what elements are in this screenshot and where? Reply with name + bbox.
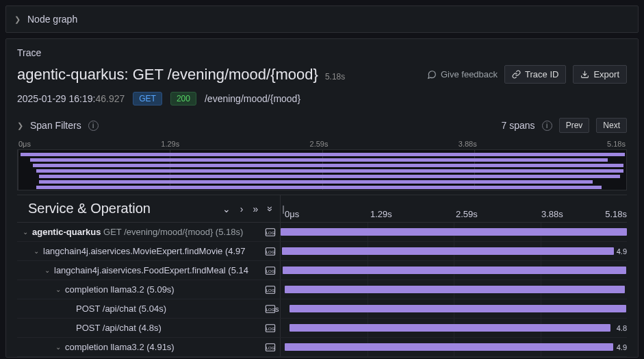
node-graph-title: Node graph [27,14,77,25]
span-filters-right: 7 spans i Prev Next [502,118,627,133]
minimap-span[interactable] [36,186,602,189]
span-duration-label: 4.9 [617,343,627,351]
trace-id-label: Trace ID [525,69,558,79]
span-row[interactable]: ⌄completion llama3.2 (5.09s) [17,280,627,299]
next-button[interactable]: Next [596,118,627,133]
chevron-down-icon[interactable]: ⌄ [23,228,32,236]
trace-title: agentic-quarkus: GET /evening/mood/{mood… [17,66,318,84]
export-button[interactable]: Export [573,65,627,84]
give-feedback-link[interactable]: Give feedback [427,69,498,79]
span-row[interactable]: POST /api/chat (5.04s)s [17,299,627,319]
minimap-span[interactable] [30,158,608,162]
trace-panel: Trace agentic-quarkus: GET /evening/mood… [5,38,639,358]
log-icon[interactable] [263,284,277,295]
trace-label: Trace [17,47,627,58]
span-count: 7 spans [502,120,535,131]
node-graph-panel[interactable]: ❯ Node graph [5,5,639,33]
span-label: completion llama3.2 (4.91s) [65,342,261,352]
span-row[interactable]: ⌄agentic-quarkus GET /evening/mood/{mood… [17,223,627,242]
chevron-right-icon: ❯ [14,15,21,24]
tick-label: 2.59s [310,140,329,148]
export-label: Export [593,69,619,79]
method-pill: GET [133,92,162,106]
expand-all-icon[interactable]: » [265,206,276,212]
span-row[interactable]: ⌄langchain4j.aiservices.MovieExpert.find… [17,242,627,261]
tick-label: 5.18s [607,140,626,148]
service-operation-header: Service & Operation ⌄ › » » || 0μs1.29s2… [17,195,627,223]
minimap-span[interactable] [21,153,625,156]
span-row[interactable]: POST /api/chat (4.8s)4.8 [17,319,627,338]
prev-button[interactable]: Prev [559,118,590,133]
chevron-right-icon: ❯ [17,121,23,130]
expand-icon[interactable]: › [240,203,244,214]
minimap-span[interactable] [33,164,623,167]
span-bar[interactable] [285,286,625,293]
trace-timestamp: 2025-01-29 16:19:46.927 [17,93,125,104]
chevron-down-icon[interactable]: ⌄ [55,343,65,351]
span-timeline [281,280,627,299]
chevron-down-icon[interactable]: ⌄ [55,286,65,293]
comment-icon [427,70,437,79]
tree-controls: ⌄ › » » [222,203,273,214]
span-label: langchain4j.aiservices.FoodExpert.findMe… [54,265,261,275]
collapse-icon[interactable]: ⌄ [222,203,231,214]
span-bar[interactable] [282,247,614,255]
tick-label: 0μs [285,209,299,219]
span-row[interactable]: ⌄completion llama3.2 (4.91s)4.9 [17,338,627,357]
minimap-ticks: 0μs1.29s2.59s3.88s5.18s [17,140,627,149]
header-actions: Give feedback Trace ID Export [427,65,627,84]
span-timeline [281,223,627,241]
span-label: agentic-quarkus GET /evening/mood/{mood}… [32,227,261,237]
span-bar[interactable] [289,324,610,332]
service-operation-title: Service & Operation [28,201,151,216]
chevron-down-icon[interactable]: ⌄ [44,267,54,274]
span-duration-label: 4.8 [617,324,627,332]
tick-label: 1.29s [161,140,179,148]
span-label: POST /api/chat (5.04s) [76,304,261,314]
span-filters-label: Span Filters [30,120,81,131]
span-timeline: 4.8 [281,319,627,337]
tick-label: 3.88s [541,209,563,219]
span-timeline: 4.9 [281,338,627,356]
log-icon[interactable] [263,265,277,276]
minimap-span[interactable] [39,175,620,178]
minimap: 0μs1.29s2.59s3.88s5.18s [17,140,627,195]
span-timeline: s [281,299,627,318]
span-row[interactable]: ⌄langchain4j.aiservices.FoodExpert.findM… [17,261,627,280]
log-icon[interactable] [263,246,277,257]
info-icon[interactable]: i [88,121,99,131]
export-icon [580,70,589,79]
info-icon[interactable]: i [542,121,552,131]
span-label: langchain4j.aiservices.MovieExpert.findM… [43,246,261,256]
span-filters-row: ❯ Span Filters i 7 spans i Prev Next [17,118,627,138]
span-duration-label: s [275,305,279,313]
tick-label: 1.29s [370,209,392,219]
span-label: POST /api/chat (4.8s) [76,323,261,333]
tick-label: 5.18s [605,209,627,219]
tick-label: 3.88s [459,140,477,148]
minimap-span[interactable] [36,169,623,173]
feedback-label: Give feedback [441,69,498,79]
span-bar[interactable] [289,305,626,312]
collapse-all-icon[interactable]: » [253,203,258,214]
span-filters-toggle[interactable]: ❯ Span Filters i [17,120,99,131]
trace-meta: 2025-01-29 16:19:46.927 GET 200 /evening… [17,92,627,106]
span-label: completion llama3.2 (5.09s) [65,284,261,295]
span-bar[interactable] [283,267,626,274]
minimap-span[interactable] [39,180,593,184]
span-timeline [281,261,627,280]
span-bar[interactable] [281,228,627,236]
span-bar[interactable] [285,343,613,351]
log-icon[interactable] [263,323,277,334]
chevron-down-icon[interactable]: ⌄ [34,247,43,255]
trace-id-button[interactable]: Trace ID [504,65,566,84]
trace-duration: 5.18s [325,72,345,82]
tick-label: 0μs [18,140,31,148]
service-operation-left: Service & Operation ⌄ › » » [17,195,281,222]
log-icon[interactable] [263,227,277,238]
trace-header: agentic-quarkus: GET /evening/mood/{mood… [17,65,627,84]
minimap-body[interactable] [17,149,627,190]
tick-label: 2.59s [456,209,478,219]
log-icon[interactable] [263,342,277,353]
span-rows: ⌄agentic-quarkus GET /evening/mood/{mood… [17,223,627,357]
